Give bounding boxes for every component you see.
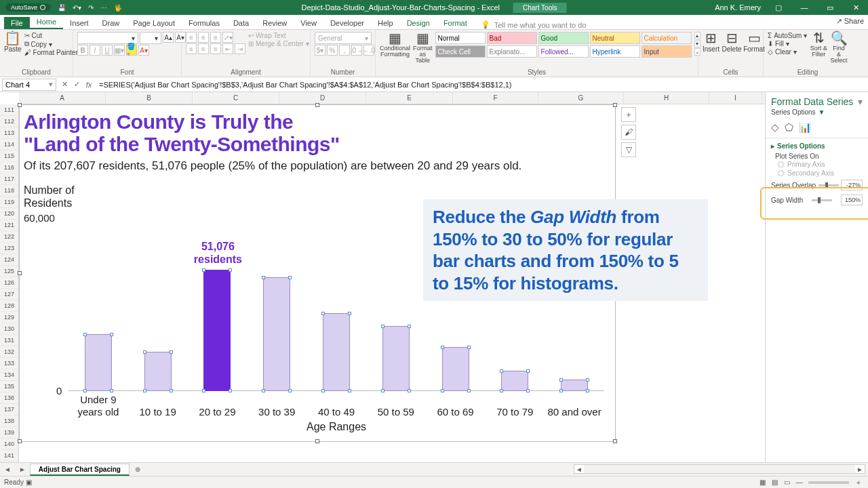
style-cell[interactable]: Bad	[487, 32, 537, 44]
percent-icon[interactable]: %	[327, 45, 338, 56]
increase-decimal-icon[interactable]: .0→	[351, 45, 362, 56]
find-select-button[interactable]: 🔍Find & Select	[830, 32, 848, 64]
series-handle[interactable]	[586, 389, 589, 392]
series-handle[interactable]	[348, 312, 351, 315]
series-handle[interactable]	[202, 389, 205, 392]
chart-styles-button[interactable]: 🖌	[621, 125, 636, 140]
col-header[interactable]: A	[19, 92, 106, 104]
bar[interactable]	[203, 270, 231, 391]
fill-color-button[interactable]: 🪣▾	[126, 45, 137, 56]
col-header[interactable]: G	[538, 92, 624, 104]
series-handle[interactable]	[467, 389, 471, 392]
series-handle[interactable]	[83, 333, 87, 336]
row-header[interactable]: 112	[0, 116, 18, 127]
row-header[interactable]: 117	[0, 174, 18, 185]
style-cell[interactable]: Calculation	[642, 32, 692, 44]
save-icon[interactable]: 💾	[58, 4, 66, 12]
bar[interactable]	[85, 334, 112, 391]
row-header[interactable]: 129	[0, 312, 18, 323]
align-right-icon[interactable]: ≡	[210, 43, 221, 54]
tab-insert[interactable]: Insert	[63, 17, 96, 29]
new-sheet-button[interactable]: ⊕	[130, 466, 146, 473]
align-center-icon[interactable]: ≡	[198, 43, 209, 54]
style-cell[interactable]: Good	[538, 32, 589, 44]
maximize-icon[interactable]: ▭	[822, 3, 838, 12]
row-header[interactable]: 125	[0, 266, 18, 277]
align-left-icon[interactable]: ≡	[186, 43, 197, 54]
bar[interactable]	[501, 371, 528, 391]
row-header[interactable]: 130	[0, 323, 18, 335]
style-cell[interactable]: Followed...	[538, 45, 589, 58]
row-header[interactable]: 141	[0, 450, 18, 462]
effects-icon[interactable]: ⬠	[785, 121, 793, 134]
sheet-nav-prev[interactable]: ◄	[0, 466, 15, 473]
col-header[interactable]: E	[366, 92, 453, 104]
zoom-out-icon[interactable]: —	[795, 479, 802, 486]
col-header[interactable]: H	[624, 92, 709, 104]
chart-elements-button[interactable]: ＋	[621, 107, 636, 122]
chart-subtitle[interactable]: Of its 207,607 residents, 51,076 people …	[20, 155, 615, 173]
style-cell[interactable]: Check Cell	[435, 45, 486, 58]
style-cell[interactable]: Input	[642, 45, 692, 58]
series-overlap-input[interactable]: -27%	[841, 180, 863, 190]
series-handle[interactable]	[288, 276, 292, 279]
row-header[interactable]: 136	[0, 392, 18, 404]
tab-draw[interactable]: Draw	[96, 17, 127, 29]
primary-axis-radio[interactable]: Primary Axis	[771, 160, 863, 169]
merge-center-button[interactable]: ⊞ Merge & Center ▾	[248, 40, 309, 47]
tab-data[interactable]: Data	[226, 17, 256, 29]
row-header[interactable]: 140	[0, 439, 18, 450]
row-header[interactable]: 132	[0, 346, 18, 358]
bar[interactable]	[323, 313, 350, 392]
grid[interactable]: ABCDEFGHI 111112113114115116117118119120…	[0, 92, 765, 462]
normal-view-icon[interactable]: ▦	[760, 479, 766, 486]
conditional-formatting-button[interactable]: ▦Conditional Formatting	[380, 32, 410, 58]
series-handle[interactable]	[526, 369, 530, 373]
font-size-dropdown[interactable]: ▾	[140, 32, 161, 44]
font-color-button[interactable]: A▾	[138, 45, 149, 56]
increase-font-icon[interactable]: A▴	[163, 32, 174, 43]
series-handle[interactable]	[321, 389, 325, 392]
row-header[interactable]: 118	[0, 185, 18, 197]
indent-increase-icon[interactable]: ⇥	[235, 43, 245, 54]
fill-button[interactable]: ⬇ Fill ▾	[768, 40, 807, 47]
format-cells-button[interactable]: ▭Format	[744, 32, 764, 53]
tab-design[interactable]: Design	[400, 17, 437, 29]
bar[interactable]	[561, 380, 588, 392]
bar[interactable]	[442, 347, 469, 391]
row-header[interactable]: 126	[0, 277, 18, 289]
align-middle-icon[interactable]: ≡	[198, 32, 209, 43]
horizontal-scrollbar[interactable]: ◄►	[574, 464, 865, 474]
decrease-decimal-icon[interactable]: ←.0	[363, 45, 374, 56]
border-button[interactable]: ▦▾	[114, 45, 125, 56]
indent-decrease-icon[interactable]: ⇤	[222, 43, 233, 54]
col-header[interactable]: I	[709, 92, 762, 104]
row-header[interactable]: 134	[0, 369, 18, 381]
col-header[interactable]: D	[279, 92, 366, 104]
tab-page-layout[interactable]: Page Layout	[126, 17, 182, 29]
close-icon[interactable]: ✕	[848, 3, 864, 12]
series-handle[interactable]	[83, 389, 87, 392]
row-header[interactable]: 133	[0, 358, 18, 369]
page-layout-view-icon[interactable]: ▤	[772, 479, 778, 486]
row-header[interactable]: 121	[0, 220, 18, 231]
clear-button[interactable]: ◇ Clear ▾	[768, 48, 807, 56]
x-axis-title[interactable]: Age Ranges	[68, 421, 604, 433]
chart-handle[interactable]	[315, 103, 319, 107]
copy-button[interactable]: ⧉Copy ▾	[24, 40, 78, 48]
wrap-text-button[interactable]: ↩ Wrap Text	[248, 32, 309, 39]
series-handle[interactable]	[143, 350, 146, 354]
chart-title[interactable]: Arlington County is Truly the "Land of t…	[20, 105, 615, 155]
row-header[interactable]: 115	[0, 150, 18, 162]
format-as-table-button[interactable]: ▦Format as Table	[413, 32, 433, 64]
tab-file[interactable]: File	[4, 17, 30, 29]
autosave-toggle[interactable]: AutoSave	[5, 3, 51, 12]
tab-developer[interactable]: Developer	[323, 17, 371, 29]
chart-handle[interactable]	[18, 271, 22, 275]
style-cell[interactable]: Neutral	[590, 32, 640, 44]
bar[interactable]	[144, 352, 172, 391]
fx-icon[interactable]: fx	[83, 81, 95, 89]
series-handle[interactable]	[441, 346, 444, 349]
series-handle[interactable]	[408, 325, 411, 328]
row-header[interactable]: 131	[0, 335, 18, 346]
